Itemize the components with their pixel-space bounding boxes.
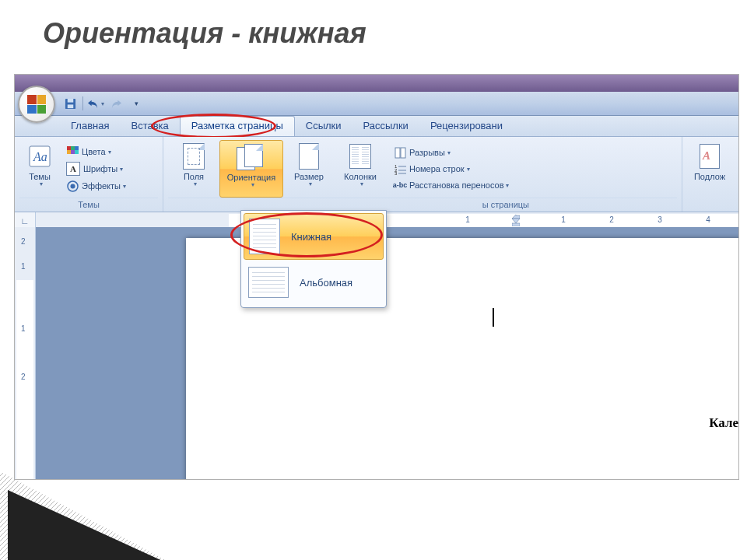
undo-icon [87, 99, 99, 109]
effects-icon [66, 180, 79, 192]
chevron-down-icon: ▾ [506, 182, 509, 189]
svg-rect-17 [401, 148, 405, 158]
svg-rect-26 [512, 223, 520, 226]
chevron-down-icon: ▾ [194, 181, 197, 188]
tab-review[interactable]: Рецензировани [419, 117, 514, 136]
svg-rect-8 [67, 146, 71, 150]
fonts-button[interactable]: AШрифты▾ [65, 161, 128, 177]
colors-button[interactable]: Цвета▾ [65, 145, 128, 159]
qat-separator [82, 96, 83, 110]
effects-label: Эффекты [82, 181, 121, 191]
chevron-down-icon: ▾ [123, 183, 126, 190]
svg-rect-5 [67, 104, 73, 108]
tab-mailings[interactable]: Рассылки [352, 117, 419, 136]
chevron-down-icon: ▾ [251, 182, 254, 189]
qat-customize-button[interactable]: ▾ [127, 95, 146, 112]
watermark-label: Подлож [694, 172, 725, 181]
tab-references[interactable]: Ссылки [295, 117, 352, 136]
svg-rect-9 [71, 146, 75, 150]
orientation-portrait-item[interactable]: Книжная [244, 213, 384, 260]
svg-rect-10 [75, 146, 79, 150]
orientation-button[interactable]: Ориентация▾ [219, 140, 283, 198]
colors-icon [66, 145, 79, 158]
undo-button[interactable]: ▾ [86, 95, 105, 112]
svg-rect-16 [395, 148, 400, 158]
breaks-label: Разрывы [409, 148, 445, 157]
text-cursor [493, 308, 494, 327]
vertical-ruler[interactable]: 2 1 1 2 [15, 227, 36, 479]
effects-button[interactable]: Эффекты▾ [65, 179, 128, 193]
line-numbers-button[interactable]: 123Номера строк▾ [392, 162, 510, 176]
svg-rect-4 [67, 98, 73, 102]
redo-button[interactable] [107, 95, 125, 112]
landscape-label: Альбомная [300, 277, 352, 289]
svg-rect-11 [67, 150, 71, 154]
word-screenshot: ▾ ▾ Главная Вставка Разметка страницы Сс… [14, 74, 739, 480]
line-numbers-label: Номера строк [409, 164, 465, 173]
svg-text:Aa: Aa [33, 150, 47, 163]
hyphenation-label: Расстановка переносов [409, 180, 503, 190]
quick-access-toolbar: ▾ ▾ [15, 92, 738, 116]
ribbon: Aa Темы▾ Цвета▾ AШрифты▾ Эффекты▾ Темы П… [15, 137, 738, 212]
landscape-icon [248, 267, 289, 298]
size-icon [296, 143, 322, 170]
group-page-background: A Подлож [682, 137, 738, 212]
watermark-button[interactable]: A Подлож [687, 140, 732, 184]
tab-page-layout[interactable]: Разметка страницы [180, 116, 295, 136]
portrait-icon [249, 219, 280, 254]
svg-point-15 [70, 184, 75, 188]
fonts-label: Шрифты [83, 164, 117, 173]
v-ruler-number: 1 [21, 262, 26, 271]
save-icon [65, 98, 76, 110]
orientation-dropdown: Книжная Альбомная [240, 210, 387, 308]
margins-button[interactable]: Поля▾ [168, 140, 219, 198]
orientation-icon [237, 144, 266, 170]
ruler-number: 3 [658, 215, 662, 224]
breaks-button[interactable]: Разрывы▾ [392, 145, 510, 159]
colors-label: Цвета [82, 147, 106, 156]
hyphenation-button[interactable]: a-bcРасстановка переносов▾ [392, 178, 510, 192]
fonts-icon: A [66, 162, 80, 176]
chevron-down-icon: ▾ [360, 181, 363, 188]
ruler-number: 4 [706, 215, 710, 224]
ribbon-tabs: Главная Вставка Разметка страницы Ссылки… [15, 116, 738, 137]
v-ruler-number: 2 [21, 373, 26, 381]
group-themes: Aa Темы▾ Цвета▾ AШрифты▾ Эффекты▾ Темы [15, 137, 163, 212]
orientation-landscape-item[interactable]: Альбомная [244, 260, 384, 305]
v-ruler-number: 2 [21, 237, 26, 246]
group-page-setup: Поля▾ Ориентация▾ Размер▾ Колонки▾ [163, 137, 682, 212]
chevron-down-icon: ▾ [120, 166, 123, 173]
margins-icon [181, 143, 207, 170]
ruler-number: 1 [465, 215, 470, 224]
ruler-number: 1 [561, 215, 566, 224]
watermark-icon: A [696, 143, 723, 170]
qat-more-icon: ▾ [135, 100, 139, 107]
titlebar [15, 75, 738, 92]
breaks-icon [394, 146, 406, 159]
redo-icon [110, 99, 122, 109]
chevron-down-icon: ▾ [108, 149, 111, 156]
document-text: Кале [709, 415, 738, 431]
svg-rect-13 [75, 150, 79, 154]
v-ruler-number: 1 [21, 324, 26, 333]
svg-marker-24 [512, 215, 520, 219]
chevron-down-icon: ▾ [309, 181, 312, 188]
ruler-number: 2 [609, 215, 614, 224]
size-button[interactable]: Размер▾ [283, 140, 335, 198]
office-button[interactable] [18, 86, 55, 123]
themes-icon: Aa [26, 143, 53, 170]
save-button[interactable] [61, 95, 79, 112]
svg-marker-2 [8, 490, 195, 560]
tab-home[interactable]: Главная [60, 117, 120, 136]
columns-button[interactable]: Колонки▾ [335, 140, 386, 198]
svg-marker-25 [512, 219, 520, 223]
line-numbers-icon: 123 [394, 163, 406, 175]
slide-title: Ориентация - книжная [43, 17, 366, 50]
portrait-label: Книжная [291, 231, 331, 243]
columns-icon [347, 143, 374, 170]
chevron-down-icon: ▾ [101, 100, 104, 107]
themes-button[interactable]: Aa Темы▾ [19, 140, 60, 198]
tab-insert[interactable]: Вставка [120, 117, 179, 136]
indent-marker-icon[interactable] [512, 214, 520, 226]
chevron-down-icon: ▾ [467, 166, 470, 173]
